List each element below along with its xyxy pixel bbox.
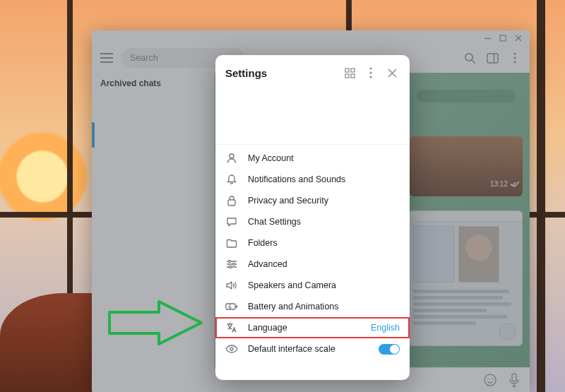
folder-icon bbox=[225, 237, 238, 249]
language-icon bbox=[225, 321, 238, 334]
mi-label: My Account bbox=[248, 153, 294, 163]
settings-menu: My Account Notifications and Sounds Priv… bbox=[215, 145, 410, 360]
svg-point-24 bbox=[229, 266, 231, 268]
chat-icon bbox=[225, 215, 238, 228]
svg-point-22 bbox=[228, 260, 230, 262]
annotation-arrow bbox=[106, 298, 219, 348]
speaker-icon bbox=[225, 279, 238, 292]
svg-point-19 bbox=[369, 76, 371, 78]
mi-label: Language bbox=[248, 323, 287, 333]
scale-toggle[interactable] bbox=[379, 344, 400, 355]
kebab-icon[interactable] bbox=[363, 65, 379, 81]
svg-rect-26 bbox=[236, 305, 237, 308]
mi-label: Chat Settings bbox=[248, 217, 301, 227]
sliders-icon bbox=[225, 258, 238, 271]
svg-rect-25 bbox=[226, 304, 235, 309]
settings-item-battery[interactable]: Battery and Animations bbox=[215, 296, 410, 317]
account-icon bbox=[225, 152, 238, 165]
settings-item-interface-scale[interactable]: Default interface scale bbox=[215, 338, 410, 360]
svg-rect-15 bbox=[345, 74, 349, 78]
mi-label: Advanced bbox=[248, 259, 287, 269]
settings-profile-section bbox=[215, 86, 410, 145]
settings-header: Settings bbox=[215, 55, 410, 86]
svg-rect-21 bbox=[228, 200, 235, 206]
qr-icon[interactable] bbox=[342, 65, 357, 81]
mi-label: Speakers and Camera bbox=[248, 280, 336, 290]
mi-label: Default interface scale bbox=[248, 344, 335, 354]
settings-item-my-account[interactable]: My Account bbox=[215, 148, 410, 169]
svg-point-17 bbox=[369, 67, 371, 69]
close-icon[interactable] bbox=[384, 65, 400, 81]
lock-icon bbox=[225, 194, 238, 207]
battery-icon bbox=[225, 300, 238, 313]
mi-label: Battery and Animations bbox=[248, 302, 339, 311]
svg-point-20 bbox=[230, 154, 234, 158]
mi-label: Privacy and Security bbox=[248, 196, 328, 206]
svg-point-18 bbox=[369, 71, 371, 73]
settings-item-advanced[interactable]: Advanced bbox=[215, 254, 410, 275]
svg-point-23 bbox=[232, 263, 234, 265]
svg-rect-13 bbox=[345, 69, 349, 72]
settings-item-notifications[interactable]: Notifications and Sounds bbox=[215, 169, 410, 190]
bell-icon bbox=[225, 173, 238, 186]
settings-title: Settings bbox=[225, 67, 267, 79]
language-value: English bbox=[371, 323, 400, 333]
eye-icon bbox=[225, 343, 238, 355]
settings-item-folders[interactable]: Folders bbox=[215, 232, 410, 254]
svg-rect-14 bbox=[351, 69, 355, 72]
mi-label: Notifications and Sounds bbox=[248, 174, 345, 184]
settings-item-chat-settings[interactable]: Chat Settings bbox=[215, 211, 410, 232]
settings-item-speakers-camera[interactable]: Speakers and Camera bbox=[215, 275, 410, 296]
settings-item-privacy[interactable]: Privacy and Security bbox=[215, 190, 410, 211]
svg-point-27 bbox=[230, 348, 233, 350]
settings-item-language[interactable]: Language English bbox=[215, 317, 410, 338]
svg-rect-16 bbox=[351, 74, 355, 78]
mi-label: Folders bbox=[248, 238, 278, 248]
settings-modal: Settings My Account Notifications and So… bbox=[215, 55, 410, 380]
